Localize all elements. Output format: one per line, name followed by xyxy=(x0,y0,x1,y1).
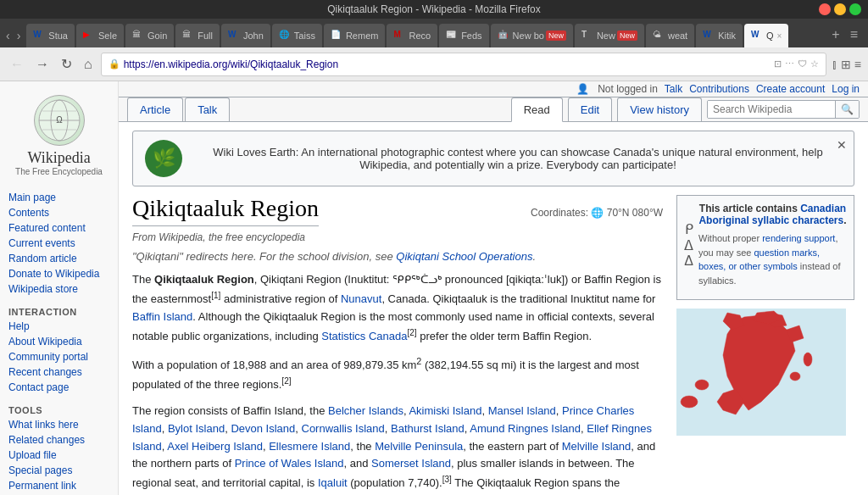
url-right-icons: ⊡ ⋯ 🛡 ☆ xyxy=(774,58,819,70)
more-options-button[interactable]: ≡ xyxy=(854,58,861,71)
footnote-3: [3] xyxy=(442,475,452,484)
browser-tab-active[interactable]: W Q × xyxy=(744,24,788,47)
link-cornwallis[interactable]: Cornwallis Island xyxy=(302,422,385,435)
search-input[interactable] xyxy=(708,101,835,118)
link-baffin[interactable]: Baffin Island xyxy=(132,310,192,323)
screenshots-button[interactable]: ⊞ xyxy=(841,58,851,71)
browser-tab-newbo[interactable]: 🤖 New bo New xyxy=(491,24,573,47)
sidebar-item-contents[interactable]: Contents xyxy=(0,205,118,220)
browser-tab-john[interactable]: W John xyxy=(221,24,270,47)
tab-label-weat: weat xyxy=(668,31,687,41)
syllabic-3: Δ xyxy=(684,253,693,269)
tab-close-active[interactable]: × xyxy=(777,31,782,41)
search-button[interactable]: 🔍 xyxy=(835,101,859,118)
talk-link[interactable]: Talk xyxy=(665,83,682,95)
tab-scroll-right-button[interactable]: › xyxy=(14,27,24,44)
tab-label-john: John xyxy=(243,31,264,41)
sidebar-item-related-changes[interactable]: Related changes xyxy=(0,432,118,448)
link-nunavut[interactable]: Nunavut xyxy=(341,292,381,305)
window-controls xyxy=(819,3,861,15)
km2-sup: 2 xyxy=(416,356,421,366)
log-in-link[interactable]: Log in xyxy=(832,83,860,95)
tab-read[interactable]: Read xyxy=(511,97,563,122)
redirect-link[interactable]: Qikiqtani School Operations xyxy=(396,250,532,263)
sidebar-item-what-links[interactable]: What links here xyxy=(0,417,118,432)
tab-talk[interactable]: Talk xyxy=(185,97,230,121)
link-somerset[interactable]: Somerset Island xyxy=(371,457,451,470)
shield-icon[interactable]: 🛡 xyxy=(798,58,807,70)
sidebar-item-upload[interactable]: Upload file xyxy=(0,448,118,463)
bookmark-icon[interactable]: ⋯ xyxy=(785,58,794,70)
browser-tab-goin[interactable]: 🏛 Goin xyxy=(125,24,174,47)
footnote-2: [2] xyxy=(408,328,417,337)
sidebar-item-help[interactable]: Help xyxy=(0,319,118,334)
sidebar-item-recent-changes[interactable]: Recent changes xyxy=(0,364,118,380)
sidebar-item-about[interactable]: About Wikipedia xyxy=(0,334,118,349)
sidebar-item-permanent-link[interactable]: Permanent link xyxy=(0,478,118,493)
new-tab-button[interactable]: + xyxy=(828,25,843,44)
link-melville-pen[interactable]: Melville Peninsula xyxy=(375,440,463,453)
syllabics-icon: ᑭ ᐃ Δ xyxy=(684,228,693,262)
tab-edit[interactable]: Edit xyxy=(568,97,612,121)
sidebar-item-donate[interactable]: Donate to Wikipedia xyxy=(0,266,118,281)
link-iqaluit[interactable]: Iqaluit xyxy=(318,477,348,490)
browser-tab-remem[interactable]: 📄 Remem xyxy=(324,24,386,47)
sidebar-toggle-button[interactable]: ⫿ xyxy=(832,58,837,71)
footnote-2b: [2] xyxy=(281,376,291,386)
star-icon[interactable]: ☆ xyxy=(810,58,819,70)
not-logged-in-text: Not logged in xyxy=(598,83,658,95)
link-melville-isl[interactable]: Melville Island xyxy=(562,440,632,453)
link-amund[interactable]: Amund Ringnes Island xyxy=(470,422,581,435)
rendering-link[interactable]: rendering support xyxy=(762,233,835,243)
create-account-link[interactable]: Create account xyxy=(756,83,825,95)
link-ellesmere[interactable]: Ellesmere Island xyxy=(269,440,350,453)
url-box[interactable]: 🔒 https://en.wikipedia.org/wiki/Qikiqtaa… xyxy=(101,53,826,76)
browser-tab-kitik[interactable]: W Kitik xyxy=(696,24,743,47)
link-belcher[interactable]: Belcher Islands xyxy=(328,404,403,417)
window-maximize-button[interactable] xyxy=(849,3,861,15)
link-akimiski[interactable]: Akimiski Island xyxy=(409,404,481,417)
sidebar-item-store[interactable]: Wikipedia store xyxy=(0,281,118,297)
tab-view-history[interactable]: View history xyxy=(617,97,702,121)
tab-list-button[interactable]: ≡ xyxy=(847,25,861,44)
browser-tab-weat[interactable]: 🌤 weat xyxy=(646,24,694,47)
reload-button[interactable]: ↻ xyxy=(58,54,75,74)
question-marks-link[interactable]: question marks, boxes, or other symbols xyxy=(698,248,820,272)
tab-scroll-left-button[interactable]: ‹ xyxy=(3,27,13,44)
reader-mode-icon[interactable]: ⊡ xyxy=(774,58,782,70)
sidebar-tools-title: Tools xyxy=(0,402,118,417)
back-button[interactable]: ← xyxy=(7,55,27,74)
link-prince-wales[interactable]: Prince of Wales Island xyxy=(235,457,344,470)
sidebar-item-contact[interactable]: Contact page xyxy=(0,380,118,395)
content-area: 👤 Not logged in Talk Contributions Creat… xyxy=(119,81,868,495)
window-close-button[interactable] xyxy=(819,3,831,15)
link-mansel[interactable]: Mansel Island xyxy=(488,404,556,417)
sidebar-item-featured-content[interactable]: Featured content xyxy=(0,220,118,236)
sidebar-item-random-article[interactable]: Random article xyxy=(0,251,118,266)
link-devon[interactable]: Devon Island xyxy=(231,422,295,435)
forward-button[interactable]: → xyxy=(32,55,53,74)
contributions-link[interactable]: Contributions xyxy=(689,83,749,95)
browser-tab-sele[interactable]: ▶ Sele xyxy=(76,24,124,47)
sidebar-item-community[interactable]: Community portal xyxy=(0,349,118,364)
link-bylot[interactable]: Bylot Island xyxy=(168,422,225,435)
link-axel[interactable]: Axel Heiberg Island xyxy=(167,440,263,453)
banner-close-button[interactable]: ✕ xyxy=(837,138,847,152)
browser-tab-taissum[interactable]: 🌐 Taiss xyxy=(272,24,322,47)
sidebar-item-current-events[interactable]: Current events xyxy=(0,236,118,251)
tab-label-active: Q xyxy=(766,31,774,41)
link-stats-canada[interactable]: Statistics Canada xyxy=(321,330,407,342)
sidebar-item-main-page[interactable]: Main page xyxy=(0,190,118,205)
sidebar-item-special-pages[interactable]: Special pages xyxy=(0,463,118,478)
home-button[interactable]: ⌂ xyxy=(81,55,96,74)
infobox-link[interactable]: Canadian Aboriginal syllabic characters xyxy=(698,203,846,226)
browser-tab-reco[interactable]: M Reco xyxy=(387,24,437,47)
browser-tab-tnew[interactable]: T New New xyxy=(575,24,644,47)
browser-tab-stua[interactable]: W Stua xyxy=(26,24,75,47)
tab-article[interactable]: Article xyxy=(127,97,183,121)
browser-tab-feds[interactable]: 📰 Feds xyxy=(439,24,488,47)
browser-tab-full[interactable]: 🏛 Full xyxy=(175,24,220,47)
link-bathurst[interactable]: Bathurst Island xyxy=(391,422,465,435)
tab-new-badge-newbo: New xyxy=(546,31,566,41)
window-minimize-button[interactable] xyxy=(834,3,846,15)
